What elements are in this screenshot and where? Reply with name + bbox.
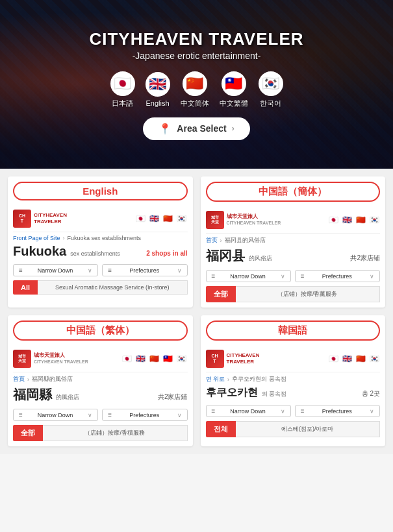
- card-flag-en-kr: 🇬🇧: [341, 353, 353, 365]
- prefectures-label-en: Prefectures: [129, 267, 159, 274]
- site-title: CITYHEAVEN TRAVELER: [89, 29, 303, 49]
- site-logo-text-cn: 城市天堂旅人 CITYHEAVEN TRAVELER: [227, 213, 281, 227]
- card-flag-tw-tw: 🇹🇼: [162, 353, 174, 365]
- page-title-en: Fukuoka sex establishments: [13, 244, 120, 259]
- prefectures-btn-kr[interactable]: ≡ Prefectures ∨: [295, 405, 380, 417]
- prefectures-btn-tw[interactable]: ≡ Prefectures ∨: [102, 409, 187, 421]
- filter-icon-tw: ≡: [19, 411, 23, 418]
- tabs-row-kr: 전체 에스테(점포)/아로마: [206, 421, 381, 437]
- area-select-label: Area Select: [177, 123, 226, 134]
- card-flags-tw: 🇯🇵 🇬🇧 🇨🇳 🇹🇼 🇰🇷: [121, 353, 188, 365]
- filter-icon-en: ≡: [19, 267, 23, 274]
- count-text-en: shops in all: [151, 250, 187, 257]
- card-flag-en: 🇬🇧: [149, 213, 160, 224]
- breadcrumb-arrow-en: ›: [63, 235, 65, 241]
- breadcrumb-home-cn[interactable]: 首页: [206, 236, 218, 245]
- flag-tw-label: 中文繁體: [220, 99, 248, 108]
- lang-card-cn-simplified: 中国語（簡体） 城市天堂 城市天堂旅人 CITYHEAVEN TRAVELER …: [201, 176, 386, 308]
- card-flag-cn: 🇨🇳: [162, 213, 174, 224]
- logo-icon-tw: 城市天堂: [13, 350, 31, 368]
- flag-en-icon: 🇬🇧: [146, 72, 170, 97]
- card-flag-kr: 🇰🇷: [176, 213, 188, 224]
- lang-header-english: English: [13, 182, 188, 200]
- tabs-row-cn: 全部 （店铺）按摩/香薰服务: [206, 286, 381, 302]
- tab-service-en[interactable]: Sexual Aromatic Massage Service (In-stor…: [38, 280, 187, 295]
- narrow-down-btn-en[interactable]: ≡ Narrow Down ∨: [13, 264, 98, 276]
- site-logo-en: CHT CITYHEAVEN TRAVELER: [13, 210, 67, 228]
- lang-header-cn-traditional: 中国語（繁体）: [13, 320, 188, 341]
- card-flag-jp-tw: 🇯🇵: [121, 353, 133, 365]
- narrow-down-btn-cn[interactable]: ≡ Narrow Down ∨: [206, 270, 291, 282]
- site-logo-kr: CHT CITYHEAVEN TRAVELER: [206, 350, 260, 368]
- flag-japanese[interactable]: 🇯🇵 日本語: [110, 71, 135, 108]
- lang-body-cn-traditional: 城市天堂 城市天堂旅人 CITYHEAVEN TRAVELER 🇯🇵 🇬🇧 🇨🇳…: [8, 346, 193, 446]
- card-flag-cn-kr: 🇨🇳: [355, 353, 366, 365]
- pref-chevron-en: ∨: [177, 267, 182, 274]
- card-flag-kr-cn: 🇰🇷: [368, 214, 380, 226]
- filter-chevron-en: ∨: [88, 267, 92, 274]
- card-flag-jp: 🇯🇵: [135, 213, 147, 224]
- narrow-down-label-en: Narrow Down: [38, 267, 73, 274]
- logo-icon-kr: CHT: [206, 350, 224, 368]
- flag-chinese-simplified[interactable]: 🇨🇳 中文简体: [181, 71, 209, 108]
- breadcrumb-arrow-cn: ›: [220, 237, 222, 244]
- tab-all-en[interactable]: All: [13, 280, 38, 295]
- flag-chinese-traditional[interactable]: 🇹🇼 中文繁體: [220, 71, 248, 108]
- breadcrumb-arrow-kr: ›: [227, 376, 229, 383]
- lang-body-english: CHT CITYHEAVEN TRAVELER 🇯🇵 🇬🇧 🇨🇳 🇰🇷 Fron…: [8, 206, 193, 300]
- breadcrumb-arrow-tw: ›: [27, 376, 29, 383]
- narrow-down-btn-tw[interactable]: ≡ Narrow Down ∨: [13, 409, 98, 421]
- breadcrumb-home-kr[interactable]: 면 위로: [206, 375, 225, 383]
- breadcrumb-page-kr: 후쿠오카현의 풍속점: [232, 375, 286, 383]
- page-title-kr: 후쿠오카현 의 풍속점: [206, 386, 287, 400]
- breadcrumb-home-en[interactable]: Front Page of Site: [13, 235, 60, 241]
- tab-service-kr[interactable]: 에스테(점포)/아로마: [236, 421, 381, 437]
- prefectures-btn-cn[interactable]: ≡ Prefectures ∨: [295, 270, 380, 282]
- prefectures-label-cn: Prefectures: [322, 273, 352, 280]
- card-flags-cn: 🇯🇵 🇬🇧 🇨🇳 🇰🇷: [327, 214, 380, 226]
- flag-korean[interactable]: 🇰🇷 한국어: [259, 71, 283, 108]
- card-flag-jp-kr: 🇯🇵: [327, 353, 339, 365]
- tab-all-cn[interactable]: 全部: [206, 286, 236, 302]
- site-logo-tw: 城市天堂 城市天堂旅人 CITYHEAVEN TRAVELER: [13, 350, 88, 368]
- filters-row-cn: ≡ Narrow Down ∨ ≡ Prefectures ∨: [206, 270, 381, 282]
- card-flag-kr-tw: 🇰🇷: [176, 353, 188, 365]
- tab-all-kr[interactable]: 전체: [206, 421, 236, 437]
- breadcrumb-kr: 면 위로 › 후쿠오카현의 풍속점: [206, 375, 381, 383]
- tab-service-tw[interactable]: （店鋪）按摩/香積服務: [43, 425, 188, 441]
- tab-service-cn[interactable]: （店铺）按摩/香薰服务: [236, 286, 381, 302]
- card-flag-en-tw: 🇬🇧: [135, 353, 147, 365]
- flag-jp-label: 日本語: [112, 99, 133, 108]
- pref-chevron-cn: ∨: [370, 273, 374, 280]
- card-site-header-en: CHT CITYHEAVEN TRAVELER 🇯🇵 🇬🇧 🇨🇳 🇰🇷: [13, 206, 188, 232]
- card-flags-en: 🇯🇵 🇬🇧 🇨🇳 🇰🇷: [135, 213, 188, 224]
- language-flags-row: 🇯🇵 日本語 🇬🇧 English 🇨🇳 中文简体 🇹🇼 中文繁體 🇰🇷 한국어: [110, 71, 283, 108]
- breadcrumb-home-tw[interactable]: 首頁: [13, 375, 25, 383]
- narrow-down-label-cn: Narrow Down: [230, 273, 266, 280]
- card-flag-kr-kr: 🇰🇷: [368, 353, 380, 365]
- lang-body-korean: CHT CITYHEAVEN TRAVELER 🇯🇵 🇬🇧 🇨🇳 🇰🇷 면 위로…: [201, 346, 386, 442]
- narrow-down-btn-kr[interactable]: ≡ Narrow Down ∨: [206, 405, 291, 417]
- filters-row-kr: ≡ Narrow Down ∨ ≡ Prefectures ∨: [206, 405, 381, 417]
- card-site-header-tw: 城市天堂 城市天堂旅人 CITYHEAVEN TRAVELER 🇯🇵 🇬🇧 🇨🇳…: [13, 346, 188, 372]
- logo-icon-cn: 城市天堂: [206, 211, 224, 229]
- flag-english[interactable]: 🇬🇧 English: [146, 72, 170, 107]
- lang-card-english: English CHT CITYHEAVEN TRAVELER 🇯🇵 🇬🇧 🇨🇳…: [8, 176, 193, 308]
- pref-icon-kr: ≡: [301, 407, 305, 415]
- card-flag-cn-tw: 🇨🇳: [149, 353, 160, 365]
- filter-chevron-kr: ∨: [281, 408, 285, 415]
- prefectures-btn-en[interactable]: ≡ Prefectures ∨: [102, 264, 187, 276]
- language-sections-grid: English CHT CITYHEAVEN TRAVELER 🇯🇵 🇬🇧 🇨🇳…: [0, 169, 393, 454]
- narrow-down-label-kr: Narrow Down: [230, 408, 266, 415]
- site-logo-cn: 城市天堂 城市天堂旅人 CITYHEAVEN TRAVELER: [206, 211, 281, 229]
- area-select-button[interactable]: 📍 Area Select ›: [143, 117, 249, 140]
- card-flag-cn-cn: 🇨🇳: [355, 214, 366, 226]
- filter-icon-cn: ≡: [212, 272, 216, 280]
- flag-tw-icon: 🇹🇼: [222, 71, 246, 96]
- breadcrumb-en: Front Page of Site › Fukuoka sex establi…: [13, 235, 188, 241]
- breadcrumb-cn: 首页 › 福冈县的风俗店: [206, 236, 381, 245]
- flag-jp-icon: 🇯🇵: [110, 71, 135, 96]
- tab-all-tw[interactable]: 全部: [13, 425, 43, 441]
- location-pin-icon: 📍: [158, 123, 171, 135]
- filter-chevron-tw: ∨: [88, 412, 92, 418]
